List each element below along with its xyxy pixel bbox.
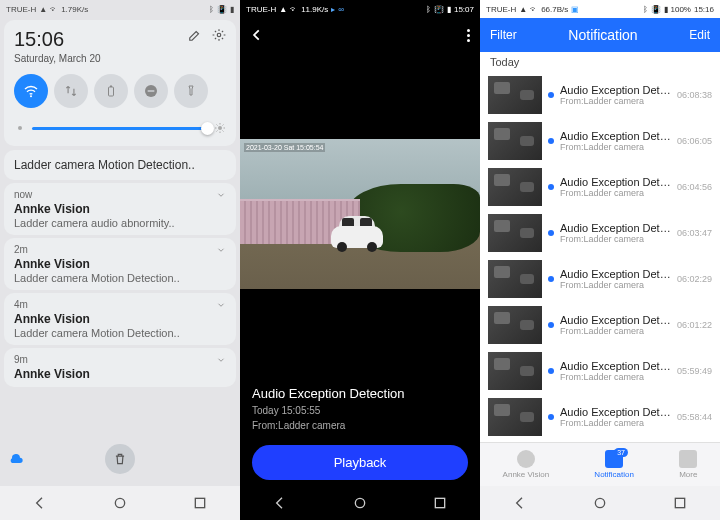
recent-icon[interactable] bbox=[192, 495, 208, 511]
app-indicator-icon: ▣ bbox=[571, 5, 579, 14]
list-item[interactable]: Audio Exception Detecti..From:Ladder cam… bbox=[480, 348, 720, 394]
edit-icon[interactable] bbox=[188, 28, 202, 42]
android-nav-bar bbox=[0, 486, 240, 520]
notif-app: Annke Vision bbox=[14, 257, 226, 271]
back-button[interactable] bbox=[250, 28, 264, 42]
notification-item[interactable]: 4m Annke Vision Ladder camera Motion Det… bbox=[4, 293, 236, 345]
recent-icon[interactable] bbox=[672, 495, 688, 511]
back-icon[interactable] bbox=[272, 495, 288, 511]
chevron-down-icon[interactable] bbox=[216, 245, 226, 255]
notif-body: Ladder camera audio abnormity.. bbox=[14, 217, 226, 229]
data-toggle[interactable] bbox=[54, 74, 88, 108]
list-item[interactable]: Audio Exception Detecti..From:Ladder cam… bbox=[480, 210, 720, 256]
row-title: Audio Exception Detecti.. bbox=[560, 84, 671, 96]
app-header: Filter Notification Edit bbox=[480, 18, 720, 52]
tab-label: Notification bbox=[594, 470, 634, 479]
home-icon[interactable] bbox=[352, 495, 368, 511]
section-header: Today bbox=[480, 52, 720, 72]
brightness-slider[interactable] bbox=[14, 122, 226, 134]
clock-date: Saturday, March 20 bbox=[14, 53, 101, 64]
row-time: 06:08:38 bbox=[677, 90, 712, 100]
tab-annke-vision[interactable]: Annke Vision bbox=[503, 450, 550, 479]
list-item[interactable]: Audio Exception Detecti..From:Ladder cam… bbox=[480, 72, 720, 118]
flashlight-toggle[interactable] bbox=[174, 74, 208, 108]
notification-group-header[interactable]: Ladder camera Motion Detection.. bbox=[4, 150, 236, 180]
chevron-down-icon[interactable] bbox=[216, 355, 226, 365]
svg-point-10 bbox=[355, 498, 364, 507]
home-icon[interactable] bbox=[592, 495, 608, 511]
back-icon[interactable] bbox=[32, 495, 48, 511]
camera-icon bbox=[517, 450, 535, 468]
brightness-low-icon bbox=[14, 122, 26, 134]
unread-dot-icon bbox=[548, 368, 554, 374]
list-item[interactable]: Audio Exception Detecti..From:Ladder cam… bbox=[480, 118, 720, 164]
screen-notification-shade: TRUE-H ▲ ᯤ 1.79K/s ᛒ 📳 ▮ 15:06 Saturday,… bbox=[0, 0, 240, 520]
data-rate: 66.7B/s bbox=[541, 5, 568, 14]
battery-pct: 100% bbox=[671, 5, 691, 14]
unread-dot-icon bbox=[548, 414, 554, 420]
playback-button[interactable]: Playback bbox=[252, 445, 468, 480]
thumbnail bbox=[488, 122, 542, 160]
row-source: From:Ladder camera bbox=[560, 326, 671, 336]
thumbnail bbox=[488, 306, 542, 344]
status-bar: TRUE-H ▲ ᯤ 1.79K/s ᛒ 📳 ▮ bbox=[0, 0, 240, 18]
battery-icon: ▮ bbox=[230, 5, 234, 14]
row-source: From:Ladder camera bbox=[560, 418, 671, 428]
more-menu-button[interactable] bbox=[467, 29, 470, 42]
clear-all-button[interactable] bbox=[105, 444, 135, 474]
filter-button[interactable]: Filter bbox=[490, 28, 517, 42]
event-time: Today 15:05:55 bbox=[252, 405, 468, 416]
notification-item[interactable]: 2m Annke Vision Ladder camera Motion Det… bbox=[4, 238, 236, 290]
svg-point-6 bbox=[18, 126, 22, 130]
home-icon[interactable] bbox=[112, 495, 128, 511]
bluetooth-icon: ᛒ bbox=[426, 5, 431, 14]
clock-time[interactable]: 15:06 bbox=[14, 28, 101, 51]
quick-settings-panel: 15:06 Saturday, March 20 bbox=[4, 20, 236, 146]
svg-rect-9 bbox=[195, 498, 204, 507]
video-preview[interactable]: 2021-03-20 Sat 15:05:54 bbox=[240, 52, 480, 376]
svg-rect-5 bbox=[148, 90, 155, 91]
carrier-label: TRUE-H bbox=[246, 5, 276, 14]
list-item[interactable]: Audio Exception Detecti..From:Ladder cam… bbox=[480, 302, 720, 348]
bluetooth-icon: ᛒ bbox=[209, 5, 214, 14]
row-source: From:Ladder camera bbox=[560, 280, 671, 290]
recent-icon[interactable] bbox=[432, 495, 448, 511]
settings-icon[interactable] bbox=[212, 28, 226, 42]
wifi-toggle[interactable] bbox=[14, 74, 48, 108]
list-item[interactable]: Audio Exception Detecti..From:Ladder cam… bbox=[480, 256, 720, 302]
svg-point-0 bbox=[217, 33, 221, 37]
carrier-label: TRUE-H bbox=[486, 5, 516, 14]
chevron-down-icon[interactable] bbox=[216, 300, 226, 310]
vibrate-icon: 📳 bbox=[217, 5, 227, 14]
tab-more[interactable]: More bbox=[679, 450, 697, 479]
row-title: Audio Exception Detecti.. bbox=[560, 406, 671, 418]
battery-icon: ▮ bbox=[664, 5, 668, 14]
unread-badge: 37 bbox=[614, 448, 628, 457]
data-rate: 11.9K/s bbox=[301, 5, 328, 14]
list-item[interactable]: Audio Exception Detecti..From:Ladder cam… bbox=[480, 164, 720, 210]
unread-dot-icon bbox=[548, 138, 554, 144]
tab-notification[interactable]: 37Notification bbox=[594, 450, 634, 479]
dnd-toggle[interactable] bbox=[134, 74, 168, 108]
notif-age: now bbox=[14, 189, 32, 200]
back-icon[interactable] bbox=[512, 495, 528, 511]
notification-item[interactable]: now Annke Vision Ladder camera audio abn… bbox=[4, 183, 236, 235]
notif-body: Ladder camera Motion Detection.. bbox=[14, 272, 226, 284]
carrier-label: TRUE-H bbox=[6, 5, 36, 14]
grid-icon bbox=[679, 450, 697, 468]
data-rate: 1.79K/s bbox=[61, 5, 88, 14]
signal-icon: ▲ bbox=[279, 5, 287, 14]
thumbnail bbox=[488, 260, 542, 298]
page-title: Notification bbox=[568, 27, 637, 43]
notification-item[interactable]: 9m Annke Vision bbox=[4, 348, 236, 387]
svg-point-7 bbox=[218, 126, 222, 130]
notif-app: Annke Vision bbox=[14, 312, 226, 326]
thumbnail bbox=[488, 168, 542, 206]
tab-label: Annke Vision bbox=[503, 470, 550, 479]
battery-toggle[interactable] bbox=[94, 74, 128, 108]
wifi-icon: ᯤ bbox=[290, 5, 298, 14]
edit-button[interactable]: Edit bbox=[689, 28, 710, 42]
list-item[interactable]: Audio Exception Detecti..From:Ladder cam… bbox=[480, 394, 720, 440]
chevron-down-icon[interactable] bbox=[216, 190, 226, 200]
status-bar: TRUE-H ▲ ᯤ 11.9K/s ▸ ∞ ᛒ 📳 ▮ 15:07 bbox=[240, 0, 480, 18]
